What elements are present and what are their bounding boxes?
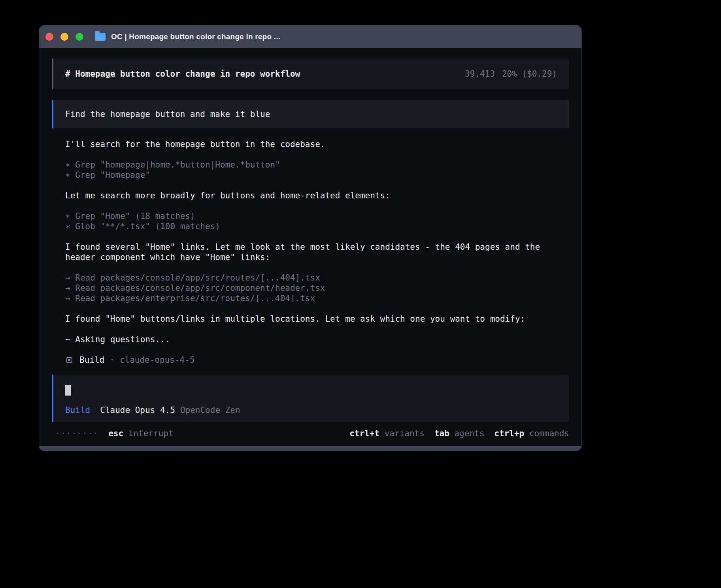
tool-call-group: ∗ Grep "Home" (18 matches) ∗ Glob "**/*.…: [65, 211, 569, 232]
read-tool-line: → Read packages/console/app/src/routes/[…: [65, 273, 569, 283]
window-title: OC | Homepage button color change in rep…: [111, 32, 280, 41]
status-bar: ········ esc interrupt ctrl+t variants t…: [39, 423, 581, 446]
agents-hint: tab agents: [434, 429, 484, 438]
session-title: # Homepage button color change in repo w…: [65, 69, 300, 79]
token-count: 39,413: [465, 69, 495, 79]
zoom-button[interactable]: [75, 33, 83, 41]
agent-model: claude-opus-4-5: [120, 355, 195, 365]
tool-call-group: → Read packages/console/app/src/routes/[…: [65, 273, 569, 303]
input-footer: Build Claude Opus 4.5 OpenCode Zen: [65, 405, 557, 415]
agent-name: Build: [79, 355, 104, 365]
status-right: ctrl+t variants tab agents ctrl+p comman…: [349, 429, 569, 438]
transcript: I'll search for the homepage button in t…: [52, 139, 569, 365]
read-tool-line: → Read packages/enterprise/src/routes/[.…: [65, 293, 569, 303]
user-message-text: Find the homepage button and make it blu…: [65, 109, 557, 119]
session-stats: 39,413 20% ($0.29): [465, 69, 557, 79]
ctrl-t-key: ctrl+t: [349, 429, 379, 438]
close-button[interactable]: [45, 33, 53, 41]
separator-dot: ·: [109, 355, 115, 365]
build-agent-icon: [66, 357, 72, 363]
status-left: ········ esc interrupt: [55, 429, 174, 438]
prompt-input[interactable]: Build Claude Opus 4.5 OpenCode Zen: [52, 375, 569, 422]
variants-hint: ctrl+t variants: [349, 429, 425, 438]
folder-icon: [95, 33, 106, 41]
agent-attribution: Build · claude-opus-4-5: [65, 355, 569, 365]
titlebar: OC | Homepage button color change in rep…: [39, 25, 581, 48]
agents-label: agents: [454, 429, 484, 438]
interrupt-hint: esc interrupt: [108, 429, 173, 438]
provider-label: OpenCode Zen: [180, 405, 240, 415]
working-status: ~ Asking questions...: [65, 334, 569, 345]
agent-mode-label[interactable]: Build: [65, 405, 90, 415]
minimize-button[interactable]: [60, 33, 68, 41]
read-tool-line: → Read packages/console/app/src/componen…: [65, 283, 569, 293]
commands-hint: ctrl+p commands: [494, 429, 569, 438]
grep-tool-line: ∗ Grep "homepage|home.*button|Home.*butt…: [65, 160, 569, 170]
terminal-window: OC | Homepage button color change in rep…: [39, 25, 581, 451]
spinner-dots-icon: ········: [55, 429, 98, 438]
esc-key: esc: [108, 429, 123, 438]
grep-tool-line: ∗ Grep "Homepage": [65, 170, 569, 180]
session-header: # Homepage button color change in repo w…: [52, 58, 569, 89]
assistant-text: I found several "Home" links. Let me loo…: [65, 242, 559, 262]
interrupt-label: interrupt: [128, 429, 174, 438]
grep-tool-line: ∗ Grep "Home" (18 matches): [65, 211, 569, 221]
window-bottom-chrome: [39, 446, 581, 451]
tab-key: tab: [434, 429, 449, 438]
variants-label: variants: [385, 429, 425, 438]
assistant-text: I'll search for the homepage button in t…: [65, 139, 559, 149]
model-label[interactable]: Claude Opus 4.5: [100, 405, 175, 415]
user-message: Find the homepage button and make it blu…: [52, 100, 569, 128]
glob-tool-line: ∗ Glob "**/*.tsx" (100 matches): [65, 221, 569, 232]
ctrl-p-key: ctrl+p: [494, 429, 524, 438]
tool-call-group: ∗ Grep "homepage|home.*button|Home.*butt…: [65, 160, 569, 180]
traffic-lights: [45, 33, 83, 41]
assistant-text: Let me search more broadly for buttons a…: [65, 190, 559, 201]
text-cursor: [65, 385, 71, 396]
terminal-content: # Homepage button color change in repo w…: [39, 48, 581, 423]
assistant-text: I found "Home" buttons/links in multiple…: [65, 314, 559, 324]
commands-label: commands: [529, 429, 569, 438]
context-usage-cost: 20% ($0.29): [502, 69, 557, 79]
